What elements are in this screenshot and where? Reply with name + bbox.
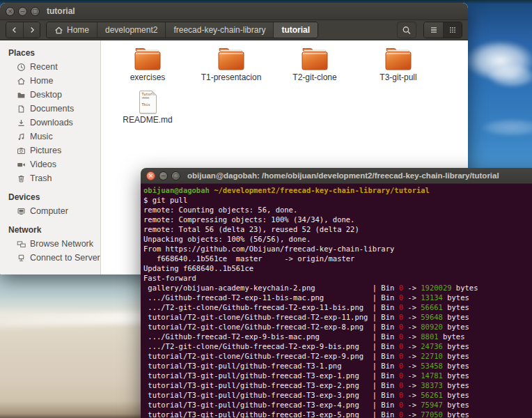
- sidebar-item-label: Desktop: [30, 90, 62, 100]
- sidebar-item-downloads[interactable]: Downloads: [0, 116, 100, 130]
- downloads-icon: [17, 118, 26, 127]
- window-controls: × − □: [141, 171, 185, 180]
- sidebar-item-browse-network[interactable]: Browse Network: [0, 237, 100, 251]
- recent-icon: [17, 63, 26, 72]
- item-label: T1-presentacion: [201, 72, 262, 82]
- forward-button[interactable]: [23, 22, 40, 38]
- folder-icon: [217, 47, 245, 71]
- music-icon: [17, 132, 26, 141]
- close-icon[interactable]: ×: [146, 171, 155, 180]
- window-controls: × − □: [0, 7, 44, 16]
- close-icon[interactable]: ×: [6, 7, 15, 16]
- sidebar-item-label: Connect to Server: [30, 253, 100, 263]
- breadcrumb-label: Home: [67, 25, 89, 35]
- folder-icon: [384, 47, 412, 71]
- sidebar-section-places: Places: [0, 46, 100, 60]
- breadcrumb-tutorial[interactable]: tutorial: [273, 22, 318, 38]
- folder-icon: [301, 47, 329, 71]
- sidebar-item-desktop[interactable]: Desktop: [0, 88, 100, 102]
- sidebar-item-label: Music: [30, 132, 53, 141]
- sidebar-item-label: Computer: [30, 206, 68, 216]
- breadcrumb-development2[interactable]: development2: [97, 22, 165, 38]
- file-manager-titlebar[interactable]: × − □ tutorial: [0, 3, 468, 20]
- sidebar-item-label: Downloads: [30, 118, 73, 127]
- breadcrumb-label: development2: [105, 25, 157, 35]
- nav-button-group: [6, 22, 40, 38]
- folder-t2-git-clone[interactable]: T2-git-clone: [273, 47, 357, 82]
- item-label: exercises: [130, 72, 166, 82]
- documents-icon: [17, 104, 26, 114]
- sidebar-item-label: Trash: [30, 173, 52, 183]
- file-manager-toolbar: Homedevelopment2freecad-key-chain-librar…: [0, 20, 468, 40]
- cloud: [480, 118, 532, 137]
- sidebar-item-label: Documents: [30, 104, 74, 114]
- sidebar-item-label: Home: [30, 76, 53, 86]
- breadcrumb-label: tutorial: [281, 25, 310, 35]
- sidebar-item-pictures[interactable]: Pictures: [0, 144, 100, 157]
- sidebar-item-label: Videos: [30, 160, 56, 169]
- document-icon: Tutor ===== This: [139, 91, 157, 114]
- sidebar-item-connect-to-server[interactable]: Connect to Server: [0, 251, 100, 265]
- breadcrumb-home[interactable]: Home: [47, 22, 97, 38]
- minimize-icon[interactable]: −: [18, 7, 27, 16]
- maximize-icon[interactable]: □: [171, 171, 180, 180]
- folder-icon: [134, 47, 162, 71]
- places-sidebar: PlacesRecentHomeDesktopDocumentsDownload…: [0, 40, 101, 274]
- item-label: README.md: [123, 115, 172, 125]
- list-view-button[interactable]: [424, 22, 443, 38]
- minimize-icon[interactable]: −: [159, 171, 168, 180]
- terminal-title: obijuan@dagobah: /home/obijuan/developme…: [187, 171, 499, 180]
- home-icon: [17, 77, 26, 86]
- back-button[interactable]: [6, 22, 23, 38]
- breadcrumb: Homedevelopment2freecad-key-chain-librar…: [46, 22, 318, 38]
- item-label: T2-git-clone: [292, 72, 336, 82]
- browse-network-icon: [17, 240, 26, 249]
- computer-icon: [17, 207, 26, 216]
- desktop-icon: [17, 91, 26, 100]
- terminal-output[interactable]: obijuan@dagobah ~/development2/freecad-k…: [141, 184, 532, 418]
- sidebar-section-devices: Devices: [0, 190, 100, 204]
- folder-t3-git-pull[interactable]: T3-git-pull: [357, 47, 440, 82]
- sidebar-item-label: Browse Network: [30, 239, 93, 249]
- terminal-window: × − □ obijuan@dagobah: /home/obijuan/dev…: [141, 168, 532, 418]
- cloud: [487, 64, 532, 88]
- sidebar-item-documents[interactable]: Documents: [0, 102, 100, 116]
- search-button[interactable]: [397, 22, 416, 38]
- trash-icon: [17, 174, 26, 183]
- item-label: T3-git-pull: [380, 72, 416, 82]
- sidebar-item-home[interactable]: Home: [0, 74, 100, 88]
- sidebar-item-music[interactable]: Music: [0, 130, 100, 144]
- folder-t1-presentacion[interactable]: T1-presentacion: [189, 47, 273, 82]
- home-icon: [54, 26, 63, 35]
- pictures-icon: [17, 146, 26, 155]
- file-readme-md[interactable]: Tutor ===== This README.md: [106, 91, 189, 125]
- connect-server-icon: [17, 254, 26, 263]
- sidebar-item-trash[interactable]: Trash: [0, 171, 100, 185]
- sidebar-item-label: Pictures: [30, 146, 61, 155]
- maximize-icon[interactable]: □: [31, 7, 40, 16]
- sidebar-item-label: Recent: [30, 62, 58, 72]
- window-title: tutorial: [47, 6, 75, 16]
- toolbar-right: [397, 22, 462, 38]
- grid-view-button[interactable]: [443, 22, 462, 38]
- sidebar-item-computer[interactable]: Computer: [0, 204, 100, 218]
- sidebar-item-recent[interactable]: Recent: [0, 60, 100, 74]
- breadcrumb-freecad-key-chain-library[interactable]: freecad-key-chain-library: [165, 22, 273, 38]
- view-toggle-group: [423, 22, 462, 38]
- videos-icon: [17, 160, 26, 169]
- sidebar-section-network: Network: [0, 223, 100, 237]
- folder-exercises[interactable]: exercises: [106, 47, 189, 82]
- terminal-titlebar[interactable]: × − □ obijuan@dagobah: /home/obijuan/dev…: [141, 168, 532, 184]
- sidebar-item-videos[interactable]: Videos: [0, 157, 100, 171]
- breadcrumb-label: freecad-key-chain-library: [173, 25, 265, 35]
